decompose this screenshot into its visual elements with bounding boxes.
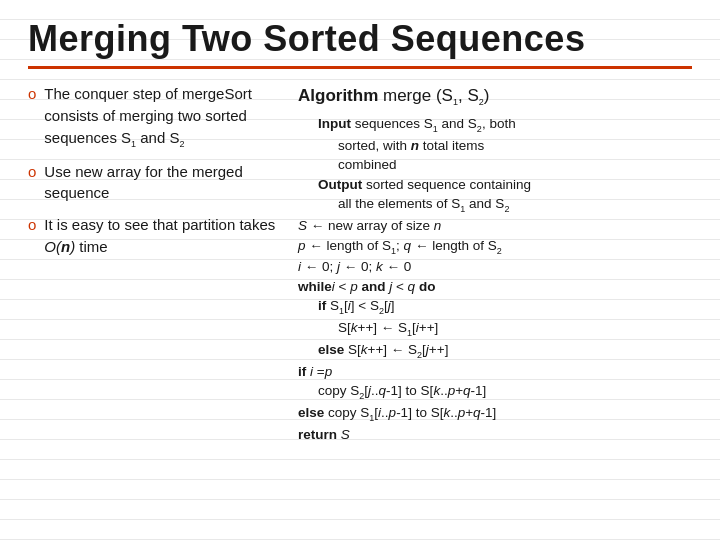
algo-line-3: i ← 0; j ← 0; k ← 0 [298, 257, 692, 277]
algo-line-1: S ← new array of size n [298, 216, 692, 236]
algo-line-10: else copy S1[i..p-1] to S[k..p+q-1] [298, 403, 692, 425]
bullet-marker-1: o [28, 85, 36, 102]
algo-line-8: if i =p [298, 362, 692, 382]
algo-line-5: if S1[i] < S2[j] [318, 296, 692, 318]
algo-name: merge (S1, S2) [378, 86, 489, 105]
algo-line-2: p ← length of S1; q ← length of S2 [298, 236, 692, 258]
algo-output: Output sorted sequence containing [318, 175, 692, 195]
algo-title: Algorithm merge (S1, S2) [298, 83, 692, 110]
algo-input-3: combined [338, 155, 692, 175]
algo-line-6: S[k++] ← S1[i++] [338, 318, 692, 340]
bullet-item-2: o Use new array for the merged sequence [28, 161, 278, 205]
output-text: sorted sequence containing [362, 177, 531, 192]
main-body: o The conquer step of mergeSort consists… [28, 83, 692, 444]
bullet-item-1: o The conquer step of mergeSort consists… [28, 83, 278, 151]
title-underline [28, 66, 692, 69]
algo-input-3-text: combined [338, 157, 397, 172]
algo-input-2-text: sorted, with n total items [338, 138, 484, 153]
right-column: Algorithm merge (S1, S2) Input sequences… [298, 83, 692, 444]
algo-output-2-text: all the elements of S1 and S2 [338, 196, 509, 211]
input-text: sequences S1 and S2, both [351, 116, 516, 131]
left-column: o The conquer step of mergeSort consists… [28, 83, 278, 268]
bullet-text-1: The conquer step of mergeSort consists o… [44, 83, 278, 151]
output-label: Output [318, 177, 362, 192]
algo-input: Input sequences S1 and S2, both [318, 114, 692, 136]
slide: Merging Two Sorted Sequences o The conqu… [0, 0, 720, 540]
algo-line-11: return S [298, 425, 692, 445]
algo-input-2: sorted, with n total items [338, 136, 692, 156]
bullet-text-2: Use new array for the merged sequence [44, 161, 278, 205]
bullet-marker-3: o [28, 216, 36, 233]
algo-line-7: else S[k++] ← S2[j++] [318, 340, 692, 362]
algo-line-4: whilei < p and j < q do [298, 277, 692, 297]
algo-line-9: copy S2[j..q-1] to S[k..p+q-1] [318, 381, 692, 403]
input-label: Input [318, 116, 351, 131]
algo-output-2: all the elements of S1 and S2 [338, 194, 692, 216]
bullet-marker-2: o [28, 163, 36, 180]
algo-line-1-text: S [298, 218, 307, 233]
slide-content: Merging Two Sorted Sequences o The conqu… [0, 0, 720, 454]
algo-keyword: Algorithm [298, 86, 378, 105]
bullet-item-3: o It is easy to see that partition takes… [28, 214, 278, 258]
slide-title: Merging Two Sorted Sequences [28, 18, 692, 60]
bullet-text-3: It is easy to see that partition takes O… [44, 214, 278, 258]
